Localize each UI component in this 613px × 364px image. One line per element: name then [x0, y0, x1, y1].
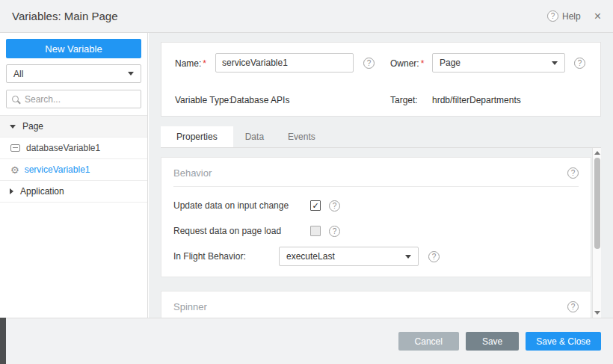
in-flight-behavior-label: In Flight Behavior: [173, 251, 279, 262]
bottom-left-dark-strip [0, 318, 6, 364]
help-icon[interactable] [567, 301, 579, 312]
search-input[interactable] [25, 94, 135, 105]
save-button[interactable]: Save [466, 332, 519, 351]
name-input[interactable] [215, 53, 354, 73]
tree-item-label: serviceVariable1 [25, 164, 90, 175]
variable-search [6, 90, 141, 108]
page-title: Variables: Main Page [12, 10, 117, 22]
update-data-label: Update data on input change [173, 200, 310, 211]
required-marker: * [421, 58, 425, 69]
dialog-footer: Cancel Save Save & Close [0, 318, 613, 364]
tree-item-label: databaseVariable1 [26, 143, 100, 153]
help-icon[interactable] [574, 58, 585, 69]
save-and-close-button[interactable]: Save & Close [526, 332, 601, 351]
chevron-down-icon [552, 61, 558, 65]
request-data-checkbox[interactable] [310, 226, 321, 236]
behavior-section: Behavior Update data on input change Req… [161, 157, 591, 277]
spinner-section: Spinner [161, 291, 591, 318]
scroll-down-icon[interactable] [594, 311, 600, 315]
close-icon[interactable]: × [594, 10, 601, 22]
properties-tab-content: Behavior Update data on input change Req… [161, 148, 601, 318]
target-value: hrdb/filterDepartments [432, 95, 521, 105]
owner-select[interactable]: Page [432, 53, 565, 73]
help-icon[interactable] [363, 58, 375, 69]
help-icon[interactable] [567, 167, 579, 179]
tree-group-application-label: Application [20, 186, 64, 197]
target-label: Target: [390, 95, 418, 105]
tree-group-page-label: Page [22, 121, 43, 132]
detail-tabs: Properties Data Events [161, 127, 601, 148]
tree-item-service-variable[interactable]: serviceVariable1 [0, 159, 147, 181]
new-variable-button[interactable]: New Variable [6, 39, 141, 58]
vertical-scrollbar[interactable] [592, 148, 601, 318]
collapse-arrow-icon [10, 125, 16, 129]
help-icon[interactable] [329, 200, 340, 212]
request-data-label: Request data on page load [173, 226, 310, 236]
tab-properties[interactable]: Properties [161, 126, 233, 147]
variables-sidebar: New Variable All Page databaseVariable1 … [0, 33, 148, 318]
spinner-heading: Spinner [173, 301, 207, 312]
update-data-checkbox[interactable] [310, 200, 321, 211]
chevron-down-icon [128, 72, 134, 75]
variable-tree: Page databaseVariable1 serviceVariable1 … [0, 115, 147, 203]
variable-filter-select[interactable]: All [6, 64, 141, 83]
dialog-header: Variables: Main Page Help × [0, 0, 613, 33]
variable-type-label: Variable Type: [175, 95, 232, 105]
scroll-up-icon[interactable] [594, 151, 600, 155]
search-icon [12, 95, 21, 104]
database-icon [10, 144, 20, 152]
property-row: In Flight Behavior: executeLast [161, 244, 591, 269]
tree-group-application[interactable]: Application [0, 181, 147, 203]
help-label: Help [562, 11, 581, 22]
in-flight-behavior-value: executeLast [286, 251, 335, 262]
tree-item-database-variable[interactable]: databaseVariable1 [0, 138, 147, 159]
help-button[interactable]: Help [547, 10, 581, 22]
owner-label: Owner:* [390, 58, 424, 69]
tree-group-page[interactable]: Page [0, 116, 147, 138]
variable-filter-value: All [13, 69, 23, 79]
expand-arrow-icon [10, 188, 13, 194]
help-icon[interactable] [428, 251, 440, 262]
name-label: Name:* [175, 58, 206, 69]
tab-events[interactable]: Events [276, 126, 327, 147]
owner-select-value: Page [440, 58, 460, 68]
help-icon[interactable] [329, 226, 340, 237]
chevron-down-icon [405, 255, 411, 259]
behavior-heading: Behavior [173, 167, 212, 179]
variable-detail-panel: Name:* Owner:* Page Variable Type: Datab… [149, 33, 613, 318]
variable-summary-card: Name:* Owner:* Page Variable Type: Datab… [161, 42, 601, 117]
help-icon [547, 10, 558, 22]
scrollbar-thumb[interactable] [594, 158, 600, 249]
property-row: Request data on page load [161, 218, 591, 244]
tab-data[interactable]: Data [233, 126, 276, 147]
variable-type-value: Database APIs [230, 95, 289, 105]
cancel-button[interactable]: Cancel [398, 332, 459, 351]
gear-icon [10, 165, 19, 175]
in-flight-behavior-select[interactable]: executeLast [279, 247, 419, 266]
required-marker: * [203, 58, 206, 69]
property-row: Update data on input change [161, 193, 591, 218]
